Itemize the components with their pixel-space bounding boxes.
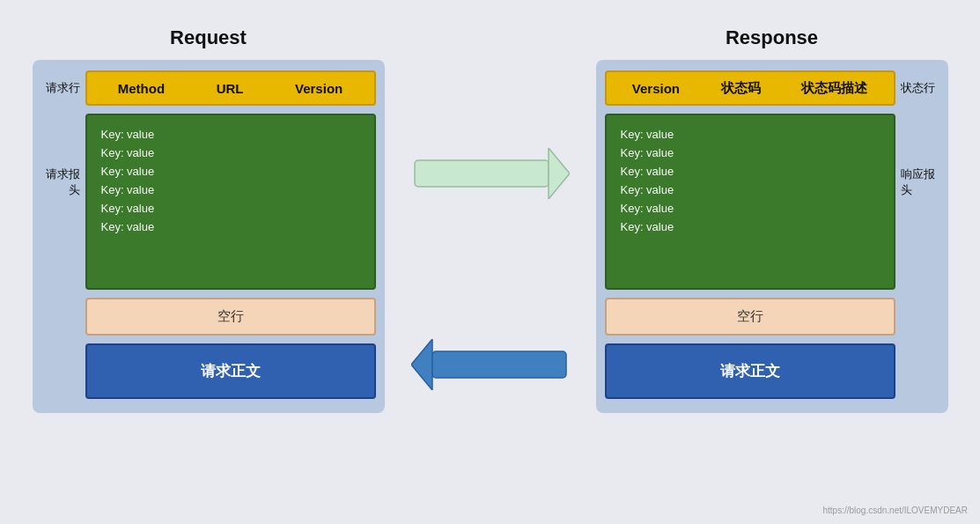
url-field: URL [217, 81, 244, 96]
request-title: Request [170, 26, 247, 49]
middle-area [385, 26, 596, 498]
response-title: Response [726, 26, 818, 49]
req-header-3: Key: value [101, 165, 360, 178]
resp-header-3: Key: value [621, 165, 880, 178]
request-headers-label: 请求报头 [41, 114, 80, 198]
response-headers-row: Key: value Key: value Key: value Key: va… [605, 114, 939, 290]
response-body-box: 请求正文 [605, 343, 895, 399]
req-header-5: Key: value [101, 202, 360, 215]
response-status-row: Version 状态码 状态码描述 状态行 [605, 70, 939, 106]
req-header-1: Key: value [101, 128, 360, 141]
req-header-2: Key: value [101, 146, 360, 159]
resp-version-field: Version [632, 81, 680, 96]
arrow-right [411, 148, 570, 203]
response-status-line-box: Version 状态码 状态码描述 [605, 70, 895, 106]
resp-header-4: Key: value [621, 183, 880, 196]
version-field: Version [295, 81, 343, 96]
resp-status-code-field: 状态码 [721, 80, 761, 97]
response-empty-row: 空行 [605, 298, 939, 336]
svg-marker-3 [411, 339, 432, 390]
request-body-box: 请求正文 [85, 343, 376, 399]
req-header-6: Key: value [101, 220, 360, 233]
watermark: https://blog.csdn.net/ILOVEMYDEAR [822, 506, 968, 515]
arrow-left [411, 339, 570, 394]
resp-status-desc-field: 状态码描述 [801, 80, 867, 97]
request-line-box: Method URL Version [85, 70, 376, 106]
resp-header-5: Key: value [621, 202, 880, 215]
request-line-row: 请求行 Method URL Version [41, 70, 376, 106]
request-empty-line-box: 空行 [85, 298, 376, 336]
resp-header-6: Key: value [621, 220, 880, 233]
main-container: Request 请求行 Method URL Version 请求报头 Key:… [0, 0, 980, 524]
response-headers-label: 响应报头 [901, 114, 939, 198]
request-body-row: 请求正文 [41, 343, 376, 399]
resp-header-2: Key: value [621, 146, 880, 159]
method-field: Method [118, 81, 165, 96]
req-header-4: Key: value [101, 183, 360, 196]
request-headers-box: Key: value Key: value Key: value Key: va… [85, 114, 376, 290]
request-line-label: 请求行 [41, 80, 80, 96]
svg-rect-4 [432, 351, 566, 378]
resp-header-1: Key: value [621, 128, 880, 141]
request-empty-row: 空行 [41, 298, 376, 336]
response-status-label: 状态行 [901, 80, 939, 96]
response-body-row: 请求正文 [605, 343, 939, 399]
response-empty-line-box: 空行 [605, 298, 895, 336]
svg-rect-1 [415, 160, 549, 187]
response-headers-box: Key: value Key: value Key: value Key: va… [605, 114, 895, 290]
request-headers-row: 请求报头 Key: value Key: value Key: value Ke… [41, 114, 376, 290]
svg-marker-2 [549, 148, 570, 199]
